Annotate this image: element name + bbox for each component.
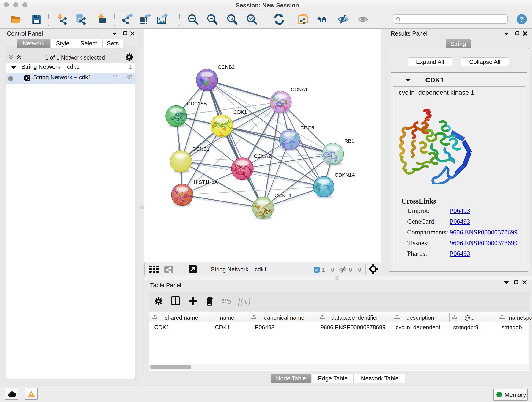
svg-text:CCNB2: CCNB2 — [218, 64, 235, 70]
svg-text:?: ? — [520, 15, 524, 23]
svg-text:CCNB1: CCNB1 — [192, 146, 210, 152]
svg-text:CDK1: CDK1 — [234, 109, 247, 115]
svg-text:CCNA1: CCNA1 — [291, 87, 308, 92]
svg-text:CCNA2: CCNA2 — [254, 153, 271, 159]
svg-text:RB1: RB1 — [344, 138, 354, 144]
svg-text:HIST1H1A: HIST1H1A — [194, 179, 218, 185]
svg-text:CDC6: CDC6 — [300, 125, 314, 131]
svg-text:CDKN1A: CDKN1A — [335, 172, 355, 178]
svg-text:CDC25B: CDC25B — [187, 101, 207, 107]
svg-text:CCNE1: CCNE1 — [274, 192, 292, 198]
